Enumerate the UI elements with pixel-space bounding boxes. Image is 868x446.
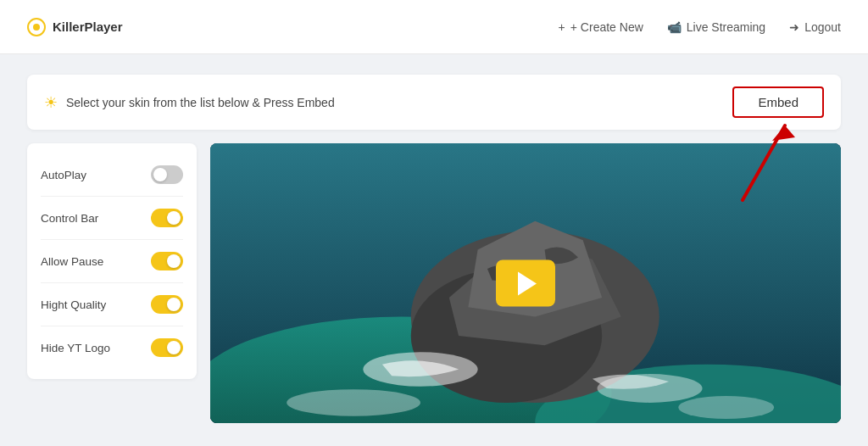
logo-inner-dot xyxy=(33,24,40,31)
main-content: ☀ Select your skin from the list below &… xyxy=(0,54,868,443)
svg-point-9 xyxy=(287,389,420,416)
navigation: + + Create New 📹 Live Streaming ➜ Logout xyxy=(559,20,841,34)
content-area: AutoPlayControl BarAllow PauseHight Qual… xyxy=(27,143,841,423)
toggle-label-2: Allow Pause xyxy=(41,255,103,268)
play-button[interactable] xyxy=(496,260,555,307)
toggle-knob-2 xyxy=(167,254,181,268)
logo-icon xyxy=(27,18,46,36)
logout-icon: ➜ xyxy=(789,20,799,34)
toggle-label-1: Control Bar xyxy=(41,212,98,225)
toggle-knob-4 xyxy=(167,341,181,354)
create-new-button[interactable]: + + Create New xyxy=(559,20,643,34)
toggle-knob-1 xyxy=(167,211,181,225)
toggle-label-3: Hight Quality xyxy=(41,298,106,311)
create-new-label: + Create New xyxy=(570,20,643,34)
logo-text: KillerPlayer xyxy=(53,20,123,34)
toggle-row-allow-pause: Allow Pause xyxy=(41,240,183,283)
sun-icon: ☀ xyxy=(44,93,58,112)
toggle-switch-3[interactable] xyxy=(151,295,183,314)
toggle-label-0: AutoPlay xyxy=(41,169,86,181)
live-streaming-button[interactable]: 📹 Live Streaming xyxy=(667,20,765,34)
toggle-row-hide-yt-logo: Hide YT Logo xyxy=(41,326,183,369)
video-preview xyxy=(210,143,841,423)
embed-button[interactable]: Embed xyxy=(732,86,824,118)
toggle-row-autoplay: AutoPlay xyxy=(41,153,183,197)
toggle-knob-3 xyxy=(167,298,181,311)
svg-point-10 xyxy=(678,396,774,419)
sidebar: AutoPlayControl BarAllow PauseHight Qual… xyxy=(27,143,197,379)
plus-icon: + xyxy=(559,20,565,34)
camera-icon: 📹 xyxy=(667,20,682,34)
toggle-switch-2[interactable] xyxy=(151,252,183,270)
logo: KillerPlayer xyxy=(27,18,123,36)
toggle-switch-4[interactable] xyxy=(151,338,183,357)
embed-instruction: ☀ Select your skin from the list below &… xyxy=(44,93,335,112)
logout-label: Logout xyxy=(804,20,841,34)
toggle-switch-1[interactable] xyxy=(151,209,183,227)
toggle-row-hight-quality: Hight Quality xyxy=(41,283,183,326)
play-triangle-icon xyxy=(518,271,537,295)
toggle-knob-0 xyxy=(153,168,167,181)
header: KillerPlayer + + Create New 📹 Live Strea… xyxy=(0,0,868,54)
logout-button[interactable]: ➜ Logout xyxy=(789,20,841,34)
toggle-switch-0[interactable] xyxy=(151,165,183,184)
embed-bar: ☀ Select your skin from the list below &… xyxy=(27,75,841,130)
toggle-label-4: Hide YT Logo xyxy=(41,342,110,354)
embed-instruction-text: Select your skin from the list below & P… xyxy=(66,96,335,109)
live-streaming-label: Live Streaming xyxy=(687,20,765,34)
toggle-row-control-bar: Control Bar xyxy=(41,197,183,240)
